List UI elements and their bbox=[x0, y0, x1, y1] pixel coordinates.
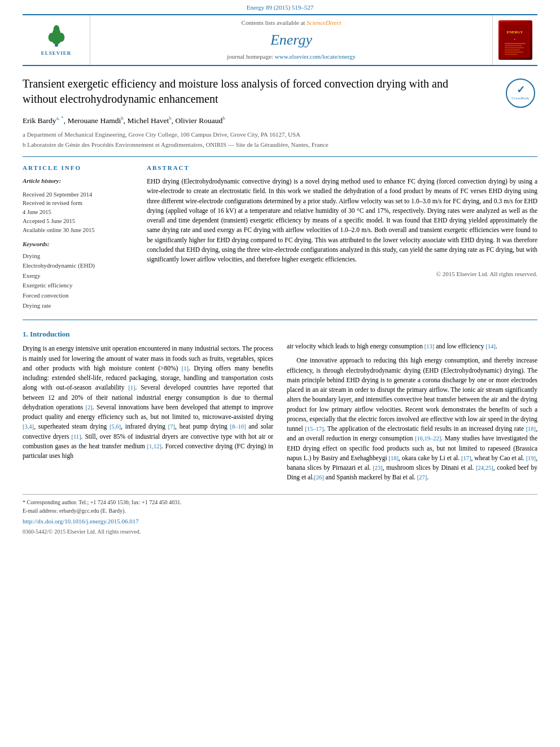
journal-icon-area: ENERGY ● bbox=[492, 15, 537, 64]
ref-13: [13] bbox=[425, 343, 435, 350]
ref-24-25: [24,25] bbox=[476, 465, 493, 471]
article-info-column: ARTICLE INFO Article history: Received 2… bbox=[23, 164, 135, 311]
email-note: E-mail address: erbardy@gcc.edu (E. Bard… bbox=[23, 506, 273, 515]
ref-11: [11] bbox=[72, 434, 81, 440]
svg-text:●: ● bbox=[514, 37, 516, 40]
author-havet: Michel Havet bbox=[127, 116, 169, 124]
ref-18: [18] bbox=[526, 426, 536, 432]
ref-27: [27] bbox=[417, 474, 427, 480]
received-date: Received 20 September 2014 bbox=[23, 190, 135, 199]
keyword-exergy: Exergy bbox=[23, 271, 135, 281]
author-hamdi: Merouane Hamdi bbox=[67, 116, 121, 124]
keyword-drying: Drying bbox=[23, 251, 135, 261]
keywords-label: Keywords: bbox=[23, 240, 135, 248]
author-havet-sup: b bbox=[169, 115, 172, 121]
journal-reference: Energy 89 (2015) 519–527 bbox=[247, 4, 314, 11]
crossmark-badge: ✓ CrossMark bbox=[504, 76, 537, 110]
svg-rect-15 bbox=[505, 54, 518, 54]
journal-title-area: Contents lists available at ScienceDirec… bbox=[90, 15, 492, 64]
section-divider-1 bbox=[23, 156, 537, 157]
paper-section: Transient exergetic efficiency and moist… bbox=[23, 76, 537, 311]
body-content-area: 1. Introduction Drying is an energy inte… bbox=[23, 329, 537, 487]
ref-1: [1] bbox=[182, 365, 189, 372]
doi-link[interactable]: http://dx.doi.org/10.1016/j.energy.2015.… bbox=[23, 517, 273, 526]
abstract-column: ABSTRACT EHD drying (Electrohydrodynamic… bbox=[147, 164, 537, 311]
paper-title: Transient exergetic efficiency and moist… bbox=[23, 76, 498, 107]
intro-col2-para-2: One innovative approach to reducing this… bbox=[287, 356, 537, 482]
elsevier-tree-icon bbox=[42, 23, 71, 49]
keyword-ehd: Electrohydrodynamic (EHD) bbox=[23, 261, 135, 271]
contents-available-text: Contents lists available at ScienceDirec… bbox=[242, 19, 342, 27]
elsevier-logo-area: ELSEVIER bbox=[23, 15, 90, 64]
svg-rect-11 bbox=[505, 45, 522, 46]
affiliation-b: b Laboratoire de Génie des Procédés Envi… bbox=[23, 141, 537, 149]
energy-cover-svg: ENERGY ● bbox=[500, 23, 531, 58]
author-rouaud: Olivier Rouaud bbox=[176, 116, 223, 124]
author-rouaud-sup: b bbox=[222, 115, 225, 121]
ref-14: [14] bbox=[485, 343, 496, 350]
intro-col1-text: Drying is an energy intensive unit opera… bbox=[23, 344, 273, 461]
top-bar: Energy 89 (2015) 519–527 bbox=[0, 0, 560, 14]
issn-text: 0360-5442/© 2015 Elsevier Ltd. All right… bbox=[23, 528, 273, 536]
affiliation-a: a Department of Mechanical Engineering, … bbox=[23, 130, 537, 139]
ref-3-4: [3,4] bbox=[23, 423, 34, 430]
footnote-cols: * Corresponding author. Tel.; +1 724 450… bbox=[23, 498, 537, 536]
energy-journal-icon: ENERGY ● bbox=[498, 20, 532, 60]
ref-26: [26] bbox=[314, 474, 324, 480]
crossmark-text: CrossMark bbox=[511, 96, 529, 101]
author-hamdi-sup: b bbox=[121, 115, 124, 121]
elsevier-logo: ELSEVIER bbox=[41, 23, 72, 57]
journal-name: Energy bbox=[270, 30, 312, 50]
keyword-forced-convection: Forced convection bbox=[23, 291, 135, 301]
history-label: Article history: bbox=[23, 177, 135, 185]
svg-rect-13 bbox=[505, 50, 520, 50]
svg-rect-10 bbox=[505, 43, 526, 44]
ref-17b: [17] bbox=[461, 455, 471, 461]
intro-para-1: Drying is an energy intensive unit opera… bbox=[23, 344, 273, 461]
svg-rect-14 bbox=[505, 51, 523, 52]
authors-line: Erik Bardya, *, Merouane Hamdib, Michel … bbox=[23, 115, 537, 126]
elsevier-brand-text: ELSEVIER bbox=[41, 50, 72, 57]
article-info-heading: ARTICLE INFO bbox=[23, 164, 135, 172]
revised-date: 4 June 2015 bbox=[23, 208, 135, 217]
ref-1-12: [1,12] bbox=[147, 443, 161, 449]
main-content-divider bbox=[23, 320, 537, 320]
svg-point-5 bbox=[57, 33, 64, 42]
svg-point-4 bbox=[48, 33, 55, 42]
ref-23: [23] bbox=[373, 465, 383, 471]
homepage-link[interactable]: www.elsevier.com/locate/energy bbox=[275, 53, 356, 60]
intro-col2-text: air velocity which leads to high energy … bbox=[287, 342, 537, 483]
svg-rect-12 bbox=[505, 47, 524, 48]
copyright-line: © 2015 Elsevier Ltd. All rights reserved… bbox=[147, 270, 537, 278]
abstract-text: EHD drying (Electrohydrodynamic convecti… bbox=[147, 177, 537, 264]
corresponding-author-note: * Corresponding author. Tel.; +1 724 450… bbox=[23, 498, 273, 506]
ref-15-17: [15–17] bbox=[305, 426, 323, 432]
sciencedirect-label[interactable]: ScienceDirect bbox=[307, 19, 341, 26]
keyword-exergetic-efficiency: Exergetic efficiency bbox=[23, 281, 135, 291]
ref-2: [2] bbox=[86, 404, 93, 410]
available-date: Available online 30 June 2015 bbox=[23, 226, 135, 235]
author-bardy-sup: a, * bbox=[56, 115, 64, 121]
keyword-drying-rate: Drying rate bbox=[23, 301, 135, 311]
body-col-left: 1. Introduction Drying is an energy inte… bbox=[23, 329, 273, 487]
intro-heading: 1. Introduction bbox=[23, 329, 273, 339]
ref-16-22: [16,19–22] bbox=[415, 435, 441, 442]
abstract-heading: ABSTRACT bbox=[147, 164, 537, 172]
svg-point-3 bbox=[53, 25, 59, 33]
homepage-text: journal homepage: www.elsevier.com/locat… bbox=[227, 53, 356, 61]
ref-5-6: [5,6] bbox=[110, 423, 121, 430]
journal-header: ELSEVIER Contents lists available at Sci… bbox=[23, 14, 537, 65]
ref-19: [19] bbox=[526, 455, 536, 461]
body-col-right: air velocity which leads to high energy … bbox=[287, 329, 537, 487]
footnote-col-right bbox=[287, 498, 537, 536]
received-revised-label: Received in revised form bbox=[23, 199, 135, 208]
footnote-col-left: * Corresponding author. Tel.; +1 724 450… bbox=[23, 498, 273, 536]
ref-7: [7] bbox=[168, 423, 175, 430]
accepted-date: Accepted 5 June 2015 bbox=[23, 217, 135, 226]
ref-18b: [18] bbox=[389, 455, 399, 461]
ref-1b: [1] bbox=[128, 385, 135, 391]
ref-8-10: [8–10] bbox=[230, 423, 246, 430]
svg-text:ENERGY: ENERGY bbox=[507, 30, 523, 34]
author-bardy: Erik Bardy bbox=[23, 116, 56, 124]
crossmark-symbol: ✓ bbox=[517, 85, 525, 95]
